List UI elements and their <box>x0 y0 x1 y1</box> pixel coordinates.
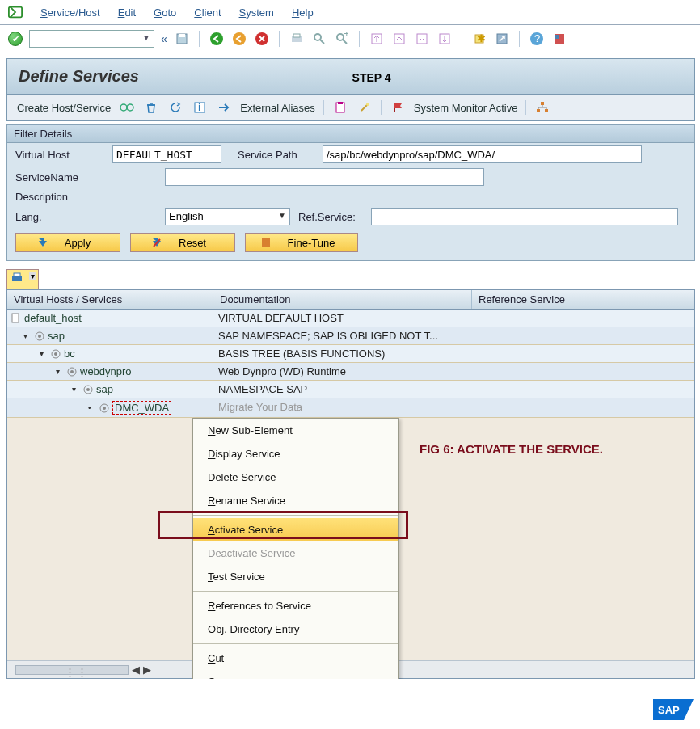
svg-text:✱: ✱ <box>477 32 486 44</box>
menu-service-host[interactable]: Service/Host <box>40 6 100 19</box>
glasses-icon[interactable] <box>119 99 135 116</box>
context-menu: New Sub-Element Display Service Delete S… <box>192 418 399 679</box>
create-host-service-button[interactable]: Create Host/Service <box>17 102 111 114</box>
component-icon <box>34 331 45 342</box>
menu-help[interactable]: Help <box>292 6 314 19</box>
ctx-new-sub-element[interactable]: New Sub-Element <box>193 419 398 442</box>
tree-row[interactable]: default_hostVIRTUAL DEFAULT HOST <box>7 310 694 327</box>
save-icon[interactable] <box>174 31 190 47</box>
next-page-icon[interactable] <box>414 31 430 47</box>
col-virtual-hosts[interactable]: Virtual Hosts / Services <box>7 290 213 309</box>
menu-client[interactable]: Client <box>194 6 221 19</box>
svg-text:i: i <box>198 101 201 113</box>
svg-rect-45 <box>14 273 20 276</box>
svg-text:?: ? <box>534 32 540 44</box>
annotation-text: FIG 6: ACTIVATE THE SERVICE. <box>420 442 603 456</box>
wand-icon[interactable] <box>356 99 373 116</box>
service-name-label: ServiceName <box>15 171 104 183</box>
ctx-display-service[interactable]: Display Service <box>193 442 398 466</box>
back-icon[interactable] <box>209 31 225 47</box>
tree-row[interactable]: ▾bcBASIS TREE (BASIS FUNCTIONS) <box>7 345 694 363</box>
ref-service-input[interactable] <box>371 208 678 225</box>
find-next-icon[interactable]: + <box>334 31 350 47</box>
layout-icon[interactable] <box>551 31 567 47</box>
service-tree-table: Virtual Hosts / Services Documentation R… <box>6 289 695 679</box>
command-combo[interactable] <box>29 30 154 48</box>
shortcut-icon[interactable] <box>494 31 510 47</box>
tree-row[interactable]: ▾sapSAP NAMESPACE; SAP IS OBLIGED NOT T.… <box>7 327 694 345</box>
filter-panel-title: Filter Details <box>7 125 694 143</box>
menu-goto[interactable]: Goto <box>154 6 176 19</box>
print-icon[interactable] <box>289 31 305 47</box>
collapse-icon[interactable]: « <box>161 32 167 45</box>
lang-combo[interactable]: English <box>165 208 290 225</box>
ctx-delete-service[interactable]: Delete Service <box>193 466 398 489</box>
svg-rect-31 <box>338 102 343 104</box>
ctx-activate-service[interactable]: Activate Service <box>193 518 398 541</box>
ref-service-label: Ref.Service: <box>298 211 363 223</box>
help-icon[interactable]: ? <box>529 31 545 47</box>
reset-button[interactable]: Reset <box>130 233 235 252</box>
menu-system[interactable]: System <box>239 6 274 19</box>
svg-rect-35 <box>541 102 544 105</box>
ctx-cut[interactable]: Cut <box>193 647 398 670</box>
arrow-right-icon[interactable] <box>216 99 232 116</box>
prev-page-icon[interactable] <box>391 31 407 47</box>
virtual-host-label: Virtual Host <box>15 149 104 161</box>
external-aliases-button[interactable]: External Aliases <box>240 102 315 114</box>
description-label: Description <box>15 191 104 203</box>
svg-point-4 <box>233 32 246 45</box>
virtual-host-input[interactable] <box>112 145 221 163</box>
svg-rect-23 <box>555 35 559 39</box>
svg-point-3 <box>210 32 223 45</box>
refresh-icon[interactable] <box>167 99 183 116</box>
enter-icon[interactable]: ✔ <box>8 32 23 46</box>
find-icon[interactable] <box>311 31 327 47</box>
last-page-icon[interactable] <box>436 31 453 47</box>
tree-row[interactable]: ▾webdynproWeb Dynpro (WD) Runtime <box>7 363 694 381</box>
print-dropdown[interactable] <box>6 269 39 289</box>
component-icon <box>50 348 61 360</box>
apply-button[interactable]: Apply <box>15 233 120 252</box>
svg-rect-14 <box>394 34 404 44</box>
ctx-deactivate-service: Deactivate Service <box>193 541 398 565</box>
ctx-references[interactable]: References to Service <box>193 594 398 617</box>
svg-point-25 <box>127 104 133 111</box>
ctx-separator <box>193 643 398 644</box>
svg-line-9 <box>320 40 324 44</box>
trash-icon[interactable] <box>143 99 159 116</box>
tree-row[interactable]: •DMC_WDAMigrate Your Data <box>7 398 694 418</box>
cancel-icon[interactable] <box>254 31 270 47</box>
svg-point-56 <box>103 407 106 410</box>
col-reference-service[interactable]: Reference Service <box>472 290 694 309</box>
svg-point-24 <box>120 104 127 111</box>
ctx-obj-directory[interactable]: Obj. Directory Entry <box>193 617 398 641</box>
svg-point-52 <box>70 370 74 373</box>
ctx-test-service[interactable]: Test Service <box>193 565 398 588</box>
first-page-icon[interactable] <box>369 31 385 47</box>
flag-icon[interactable] <box>390 99 406 116</box>
exit-icon[interactable] <box>231 31 247 47</box>
fine-tune-button[interactable]: Fine-Tune <box>245 233 358 252</box>
service-name-input[interactable] <box>165 168 484 186</box>
svg-rect-46 <box>12 314 19 322</box>
tree-row[interactable]: ▾sapNAMESPACE SAP <box>7 381 694 398</box>
new-session-icon[interactable]: ✱ <box>471 31 487 47</box>
menu-edit[interactable]: Edit <box>118 6 136 19</box>
col-documentation[interactable]: Documentation <box>213 290 472 309</box>
ctx-separator <box>193 591 398 592</box>
svg-point-33 <box>366 103 369 106</box>
system-monitor-button[interactable]: System Monitor Active <box>414 102 518 114</box>
svg-rect-37 <box>545 109 548 112</box>
svg-point-54 <box>86 388 90 391</box>
svg-text:+: + <box>344 32 348 40</box>
svg-point-10 <box>337 34 344 40</box>
hierarchy-icon[interactable] <box>534 99 550 116</box>
ctx-copy[interactable]: Copy <box>193 670 398 679</box>
service-path-input[interactable] <box>323 145 642 163</box>
svg-rect-7 <box>293 34 300 37</box>
clipboard-icon[interactable] <box>332 99 348 116</box>
app-menu-icon[interactable] <box>8 5 23 19</box>
info-icon[interactable]: i <box>192 99 208 116</box>
ctx-rename-service[interactable]: Rename Service <box>193 489 398 512</box>
